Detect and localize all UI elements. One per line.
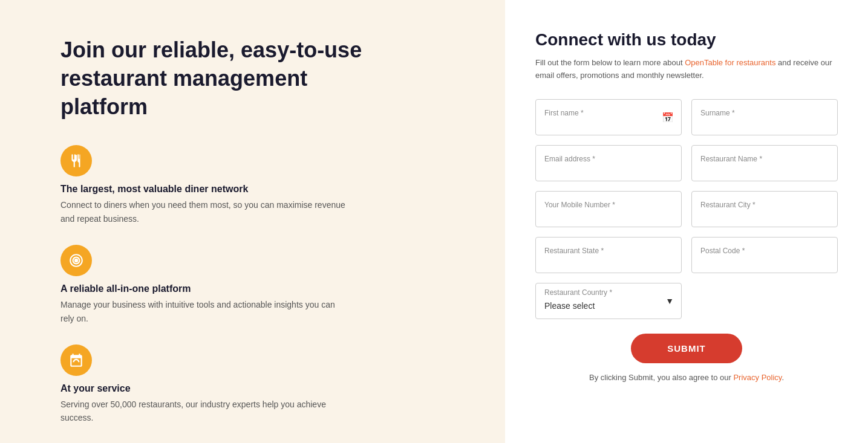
- subtitle-text-start: Fill out the form below to learn more ab…: [535, 58, 685, 67]
- postal-code-input[interactable]: [700, 256, 829, 266]
- utensils-icon: [60, 145, 92, 176]
- privacy-text: By clicking Submit, you also agree to ou…: [535, 373, 838, 382]
- privacy-text-start: By clicking Submit, you also agree to ou…: [589, 373, 733, 382]
- postal-code-label: Postal Code: [700, 247, 829, 255]
- feature-3-title: At your service: [60, 383, 131, 394]
- service-icon: [60, 344, 92, 376]
- mobile-label: Your Mobile Number: [544, 201, 673, 209]
- mobile-input[interactable]: [544, 210, 673, 220]
- privacy-text-end: .: [782, 373, 784, 382]
- restaurant-name-group: Restaurant Name: [691, 145, 838, 181]
- first-name-group: First name 📅: [535, 99, 682, 135]
- restaurant-name-wrapper: Restaurant Name: [691, 145, 838, 181]
- restaurant-name-label: Restaurant Name: [700, 155, 829, 163]
- feature-item-3: At your service Serving over 50,000 rest…: [60, 344, 469, 425]
- restaurant-city-input[interactable]: [700, 210, 829, 220]
- email-wrapper: Email address: [535, 145, 682, 181]
- left-panel: Join our reliable, easy-to-use restauran…: [0, 0, 505, 443]
- first-name-wrapper: First name 📅: [535, 99, 682, 135]
- surname-label: Surname: [700, 109, 829, 117]
- restaurant-city-label: Restaurant City: [700, 201, 829, 209]
- svg-point-0: [74, 259, 79, 263]
- surname-wrapper: Surname: [691, 99, 838, 135]
- postal-code-group: Postal Code: [691, 237, 838, 273]
- main-headline: Join our reliable, easy-to-use restauran…: [60, 36, 375, 121]
- postal-code-wrapper: Postal Code: [691, 237, 838, 273]
- first-name-input[interactable]: [544, 118, 673, 128]
- calendar-icon: 📅: [662, 111, 674, 123]
- restaurant-country-group: Restaurant Country Please select United …: [535, 283, 682, 319]
- form-subtitle: Fill out the form below to learn more ab…: [535, 57, 838, 82]
- first-name-label: First name: [544, 109, 673, 117]
- email-group: Email address: [535, 145, 682, 181]
- feature-2-title: A reliable all-in-one platform: [60, 283, 191, 294]
- restaurant-state-wrapper: Restaurant State: [535, 237, 682, 273]
- form-row-5: Restaurant Country Please select United …: [535, 283, 838, 319]
- form-row-4: Restaurant State Postal Code: [535, 237, 838, 273]
- platform-icon: [60, 245, 92, 276]
- restaurant-state-label: Restaurant State: [544, 247, 673, 255]
- restaurant-state-input[interactable]: [544, 256, 673, 266]
- restaurant-name-input[interactable]: [700, 164, 829, 174]
- restaurant-city-wrapper: Restaurant City: [691, 191, 838, 227]
- privacy-policy-link[interactable]: Privacy Policy: [733, 373, 782, 382]
- feature-1-title: The largest, most valuable diner network: [60, 184, 248, 195]
- form-title: Connect with us today: [535, 30, 838, 50]
- email-input[interactable]: [544, 164, 673, 174]
- feature-item-2: A reliable all-in-one platform Manage yo…: [60, 245, 469, 325]
- feature-1-desc: Connect to diners when you need them mos…: [60, 198, 351, 225]
- surname-group: Surname: [691, 99, 838, 135]
- form-row-3: Your Mobile Number Restaurant City: [535, 191, 838, 227]
- submit-button[interactable]: SUBMIT: [631, 334, 742, 363]
- mobile-group: Your Mobile Number: [535, 191, 682, 227]
- opentable-link[interactable]: OpenTable for restaurants: [685, 58, 775, 67]
- form-row-1: First name 📅 Surname: [535, 99, 838, 135]
- restaurant-city-group: Restaurant City: [691, 191, 838, 227]
- restaurant-country-label: Restaurant Country: [544, 288, 612, 297]
- restaurant-country-wrapper: Restaurant Country Please select United …: [535, 283, 682, 319]
- restaurant-state-group: Restaurant State: [535, 237, 682, 273]
- feature-3-desc: Serving over 50,000 restaurants, our ind…: [60, 398, 351, 425]
- form-row-2: Email address Restaurant Name: [535, 145, 838, 181]
- email-label: Email address: [544, 155, 673, 163]
- mobile-wrapper: Your Mobile Number: [535, 191, 682, 227]
- right-panel: Connect with us today Fill out the form …: [505, 0, 868, 443]
- surname-input[interactable]: [700, 118, 829, 128]
- feature-2-desc: Manage your business with intuitive tool…: [60, 298, 351, 325]
- feature-item-1: The largest, most valuable diner network…: [60, 145, 469, 225]
- submit-row: SUBMIT: [535, 334, 838, 363]
